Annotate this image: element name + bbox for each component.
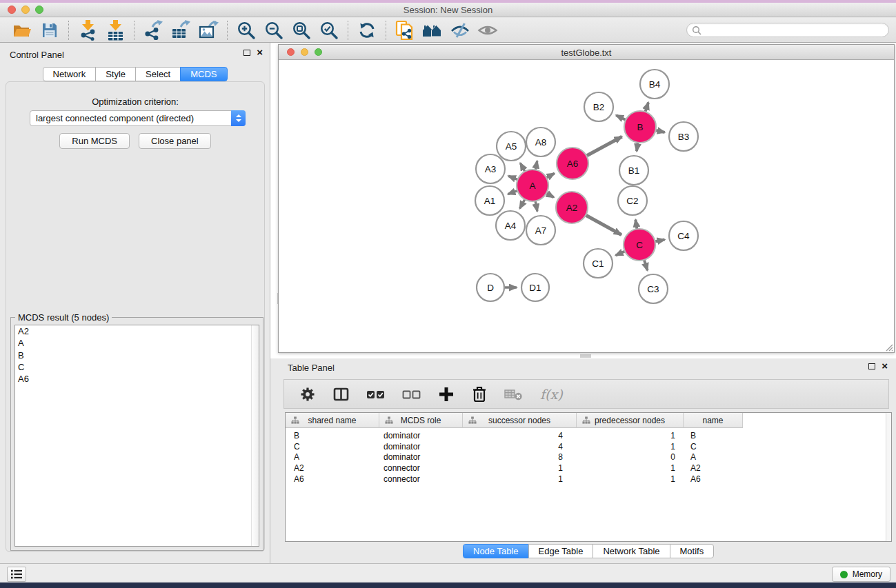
- search-box[interactable]: [686, 23, 889, 37]
- new-network-from-selection-button[interactable]: [391, 19, 419, 41]
- mcds-result-list[interactable]: A2ABCA6: [14, 325, 259, 547]
- export-image-icon: [199, 21, 219, 40]
- search-icon: [692, 26, 701, 35]
- table-cell: 1: [577, 431, 684, 440]
- resize-grip-icon[interactable]: [884, 343, 893, 352]
- result-list-item[interactable]: A6: [15, 373, 259, 385]
- graph-node-label: B3: [678, 132, 690, 142]
- show-hide-button[interactable]: [474, 19, 501, 41]
- result-list-item[interactable]: C: [15, 361, 259, 373]
- graph-node-label: A1: [484, 196, 496, 206]
- search-input[interactable]: [701, 25, 888, 35]
- toolbar-separator: [348, 21, 348, 40]
- graph-node-label: B2: [593, 102, 605, 112]
- table-row-A6[interactable]: A6connector11A6: [286, 474, 891, 485]
- zoom-in-icon: [237, 21, 256, 40]
- list-icon: [10, 569, 23, 579]
- zoom-in-button[interactable]: [232, 19, 260, 41]
- delete-table-button[interactable]: [504, 388, 523, 401]
- result-list-item[interactable]: A2: [15, 325, 259, 337]
- mcds-result-title: MCDS result (5 nodes): [15, 312, 112, 323]
- table-row-B[interactable]: Bdominator41B: [286, 430, 891, 441]
- network-canvas[interactable]: B4B2BB3A5A8A6B1A3AA1C2A2A4A7CC4C1C3DD1: [279, 60, 894, 352]
- plus-icon: [438, 386, 455, 403]
- graph-node-label: A2: [566, 203, 578, 213]
- import-table-button[interactable]: [101, 19, 129, 41]
- table-row-A[interactable]: Adominator80A: [286, 452, 891, 463]
- float-panel-icon[interactable]: [243, 50, 250, 56]
- float-table-panel-icon[interactable]: [868, 363, 875, 369]
- tab-motifs[interactable]: Motifs: [670, 544, 715, 558]
- table-cell: 1: [577, 442, 684, 452]
- tab-style[interactable]: Style: [95, 67, 136, 81]
- table-row-A2[interactable]: A2connector11A2: [286, 463, 891, 474]
- import-network-button[interactable]: [74, 19, 101, 41]
- table-settings-button[interactable]: [299, 386, 316, 403]
- zoom-fit-button[interactable]: [288, 19, 315, 41]
- control-panel-title: Control Panel: [10, 50, 64, 60]
- zoom-selected-button[interactable]: [315, 19, 343, 41]
- export-network-button[interactable]: [139, 19, 167, 41]
- run-mcds-button[interactable]: Run MCDS: [59, 133, 130, 149]
- table-cell: connector: [379, 463, 463, 473]
- gear-icon: [299, 386, 316, 403]
- delete-table-icon: [504, 388, 523, 401]
- table-cell: connector: [379, 474, 463, 484]
- tab-node-table[interactable]: Node Table: [463, 544, 529, 558]
- zoom-out-button[interactable]: [260, 19, 288, 41]
- result-list-item[interactable]: A: [15, 337, 259, 349]
- column-header-predecessor-nodes[interactable]: predecessor nodes: [577, 413, 684, 428]
- open-session-button[interactable]: [8, 19, 36, 41]
- column-header-MCDS-role[interactable]: MCDS role: [379, 413, 463, 428]
- refresh-button[interactable]: [353, 19, 381, 41]
- toggle-graphics-details-button[interactable]: [446, 19, 474, 41]
- function-builder-button[interactable]: f(x): [540, 387, 563, 402]
- close-panel-icon[interactable]: ×: [257, 49, 263, 56]
- status-bar: Memory: [0, 563, 896, 582]
- column-header-label: predecessor nodes: [595, 416, 665, 425]
- deselect-all-button[interactable]: [402, 387, 421, 402]
- tab-network-table[interactable]: Network Table: [593, 544, 670, 558]
- export-image-button[interactable]: [195, 19, 222, 41]
- desktop-scroll-stub[interactable]: [580, 354, 591, 358]
- window-title: Session: New Session: [0, 5, 896, 15]
- save-session-button[interactable]: [36, 19, 63, 41]
- result-scrollbar[interactable]: [251, 325, 259, 546]
- delete-column-button[interactable]: [472, 385, 487, 403]
- network-graph[interactable]: B4B2BB3A5A8A6B1A3AA1C2A2A4A7CC4C1C3DD1: [279, 60, 894, 352]
- column-header-successor-nodes[interactable]: successor nodes: [463, 413, 577, 428]
- optimization-criterion-select[interactable]: largest connected component (directed): [30, 110, 246, 126]
- table-scrollbar[interactable]: [886, 413, 891, 541]
- toolbar-separator: [134, 21, 135, 40]
- fx-icon: f(x): [540, 387, 563, 402]
- add-column-button[interactable]: [438, 386, 455, 403]
- graph-node-label: A8: [535, 137, 547, 148]
- close-panel-button[interactable]: Close panel: [139, 133, 211, 149]
- table-cell: 1: [463, 463, 577, 473]
- task-history-button[interactable]: [7, 567, 26, 582]
- graph-node-label: C4: [677, 231, 690, 241]
- table-row-C[interactable]: Cdominator41C: [286, 441, 891, 452]
- tab-select[interactable]: Select: [135, 67, 181, 81]
- column-header-name[interactable]: name: [684, 413, 743, 428]
- graph-node-label: C1: [592, 258, 604, 269]
- tab-edge-table[interactable]: Edge Table: [528, 544, 594, 558]
- document-network-icon: [395, 20, 415, 41]
- column-type-icon: [385, 416, 393, 425]
- memory-status-icon: [840, 571, 848, 578]
- tab-mcds[interactable]: MCDS: [180, 67, 227, 81]
- import-network-icon: [79, 20, 97, 41]
- table-toolbar: f(x): [283, 379, 889, 409]
- column-header-shared-name[interactable]: shared name: [286, 413, 379, 428]
- column-view-button[interactable]: [333, 387, 349, 402]
- main-toolbar: [0, 18, 896, 43]
- close-table-panel-icon[interactable]: ×: [882, 363, 888, 369]
- memory-button[interactable]: Memory: [832, 567, 890, 582]
- mcds-result-groupbox: MCDS result (5 nodes) A2ABCA6: [10, 317, 263, 551]
- tab-network[interactable]: Network: [42, 67, 96, 81]
- result-list-item[interactable]: B: [15, 349, 259, 361]
- layout-button[interactable]: [419, 19, 446, 41]
- select-all-button[interactable]: [366, 387, 385, 402]
- export-table-button[interactable]: [167, 19, 195, 41]
- network-window-titlebar[interactable]: testGlobe.txt: [279, 45, 894, 60]
